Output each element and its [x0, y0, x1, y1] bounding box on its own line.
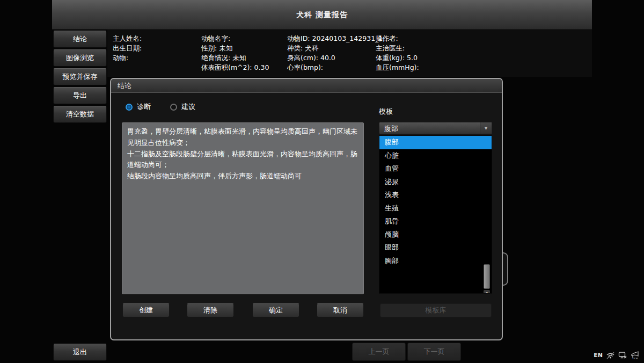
bsa-field: 体表面积(m^2): 0.30 [201, 63, 269, 72]
exit-button[interactable]: 退出 [53, 344, 107, 361]
next-page-button[interactable]: 下一页 [407, 343, 461, 361]
list-item-abdomen[interactable]: 腹部 [379, 136, 492, 149]
doctor-field: 主治医生: [376, 43, 419, 53]
conclusion-dialog: 结论 诊断 建议 胃充盈，胃壁分层清晰，粘膜表面光滑，内容物呈均质高回声，幽门区… [110, 78, 503, 340]
neuter-field: 绝育情况: 未知 [201, 53, 269, 63]
radio-diagnosis-label: 诊断 [137, 102, 151, 112]
heart-rate-field: 心率(bmp): [287, 63, 390, 72]
title-bar: 犬科 测量报告 [52, 0, 592, 30]
owner-name-field: 主人姓名: [113, 34, 142, 43]
template-option-list: 腹部 心脏 血管 泌尿 浅表 生殖 肌骨 颅脑 眼部 胸部 ▾ [379, 135, 492, 294]
monitor-icon [618, 351, 627, 360]
template-selected-value: 腹部 [384, 124, 398, 134]
cancel-button[interactable]: 取消 [317, 303, 364, 317]
conclusion-textarea[interactable]: 胃充盈，胃壁分层清晰，粘膜表面光滑，内容物呈均质高回声，幽门区域未见明显占位性病… [122, 122, 364, 294]
sidebar-item-export[interactable]: 导出 [53, 87, 107, 104]
height-field: 身高(cm): 40.0 [287, 53, 390, 63]
animal-name-field: 动物名字: [201, 34, 269, 43]
list-item-superficial[interactable]: 浅表 [379, 188, 492, 202]
template-library-button[interactable]: 模板库 [380, 303, 492, 317]
patient-info-col3: 动物ID: 20240103_142931_1… 种类: 犬科 身高(cm): … [287, 34, 390, 72]
chevron-down-icon[interactable]: ▾ [480, 122, 492, 134]
list-item-reproductive[interactable]: 生殖 [379, 202, 492, 215]
radio-diagnosis[interactable]: 诊断 [126, 102, 151, 112]
conclusion-type-radios: 诊断 建议 [126, 102, 195, 112]
scrollbar-thumb[interactable] [484, 264, 490, 289]
list-item-vessel[interactable]: 血管 [379, 162, 492, 176]
dialog-title: 结论 [111, 79, 502, 93]
animal-field: 动物: [113, 53, 142, 63]
list-item-urinary[interactable]: 泌尿 [379, 176, 492, 189]
gender-field: 性别: 未知 [201, 43, 269, 53]
species-field: 种类: 犬科 [287, 43, 390, 53]
ok-button[interactable]: 确定 [252, 303, 299, 317]
list-item-musculoskeletal[interactable]: 肌骨 [379, 215, 492, 228]
list-scrollbar[interactable]: ▾ [484, 136, 490, 293]
birth-date-field: 出生日期: [113, 43, 142, 53]
app-window: 犬科 测量报告 结论 图像浏览 预览并保存 导出 清空数据 退出 主人姓名: 出… [0, 0, 644, 363]
list-item-cranial[interactable]: 颅脑 [379, 228, 492, 242]
sidebar-item-image-browse[interactable]: 图像浏览 [53, 49, 107, 67]
patient-info-panel: 主人姓名: 出生日期: 动物: 动物名字: 性别: 未知 绝育情况: 未知 体表… [107, 30, 592, 77]
list-item-chest[interactable]: 胸部 [379, 255, 492, 268]
sidebar-item-clear-data[interactable]: 清空数据 [53, 106, 107, 123]
template-combobox[interactable]: 腹部 ▾ [379, 122, 492, 134]
list-item-heart[interactable]: 心脏 [379, 149, 492, 163]
dicom-label: DCM [633, 357, 638, 360]
radio-selected-icon [126, 104, 133, 111]
patient-info-col4: 操作者: 主治医生: 体重(kg): 5.0 血压(mmHg): [376, 34, 419, 72]
sidebar-item-preview-save[interactable]: 预览并保存 [53, 68, 107, 85]
create-button[interactable]: 创建 [122, 303, 170, 317]
patient-info-col2: 动物名字: 性别: 未知 绝育情况: 未知 体表面积(m^2): 0.30 [201, 34, 269, 72]
clear-button[interactable]: 清除 [187, 303, 234, 317]
dicom-icon: DCM [631, 351, 640, 360]
language-indicator: EN [594, 352, 603, 359]
operator-field: 操作者: [376, 34, 419, 43]
prev-page-button[interactable]: 上一页 [352, 343, 406, 361]
scroll-down-arrow-icon[interactable]: ▾ [484, 290, 490, 294]
radio-unselected-icon [170, 104, 177, 111]
bp-field: 血压(mmHg): [376, 63, 419, 72]
network-icon [606, 351, 615, 360]
radio-suggestion-label: 建议 [181, 102, 195, 112]
status-bar: EN DCM [594, 351, 640, 360]
radio-suggestion[interactable]: 建议 [170, 102, 195, 112]
page-title: 犬科 测量报告 [52, 10, 592, 20]
sidebar-item-conclusion[interactable]: 结论 [53, 31, 107, 48]
patient-info-col1: 主人姓名: 出生日期: 动物: [113, 34, 142, 63]
animal-id-field: 动物ID: 20240103_142931_1… [287, 34, 390, 43]
list-item-eye[interactable]: 眼部 [379, 241, 492, 255]
template-label: 模板 [379, 107, 393, 117]
weight-field: 体重(kg): 5.0 [376, 53, 419, 63]
